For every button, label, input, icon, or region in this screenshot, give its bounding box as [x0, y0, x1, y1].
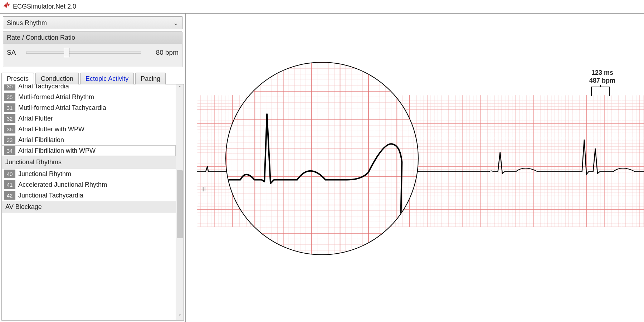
- preset-category: Junctional Rhythms: [2, 156, 176, 169]
- rate-panel-title: Rate / Conduction Ratio: [3, 32, 182, 44]
- preset-number-badge: 42: [4, 191, 15, 200]
- preset-item[interactable]: 31Mutli-formed Atrial Tachycardia: [2, 102, 176, 113]
- preset-number-badge: 33: [4, 136, 15, 144]
- tab-ectopic[interactable]: Ectopic Activity: [80, 73, 134, 84]
- preset-item[interactable]: 36Atrial Flutter with WPW: [2, 124, 176, 135]
- preset-item[interactable]: 35Mutli-formed Atrial Rhythm: [2, 92, 176, 102]
- sa-rate-slider[interactable]: [26, 48, 141, 57]
- sidebar: Sinus Rhythm ⌄ Rate / Conduction Ratio S…: [0, 14, 186, 322]
- preset-item[interactable]: 40Junctional Rhythm: [2, 169, 176, 179]
- preset-number-badge: 31: [4, 103, 15, 112]
- tab-pacing[interactable]: Pacing: [135, 73, 166, 84]
- chevron-down-icon: ⌄: [173, 19, 179, 27]
- rhythm-dropdown-value: Sinus Rhythm: [7, 19, 47, 27]
- scroll-thumb[interactable]: [177, 170, 183, 238]
- preset-label: Atrial Fibrillation: [18, 136, 64, 144]
- preset-category: AV Blockage: [2, 201, 176, 213]
- caliper-bpm: 487 bpm: [589, 77, 615, 85]
- preset-list-container: 30 Atrial Tachycardia 35Mutli-formed Atr…: [1, 84, 184, 321]
- scroll-down-icon[interactable]: ˅: [176, 313, 184, 320]
- caliper-bracket[interactable]: [590, 85, 611, 96]
- preset-label: Accelerated Junctional Rhythm: [18, 181, 107, 189]
- preset-label: Atrial Tachycardia: [18, 84, 69, 90]
- preset-number-badge: 41: [4, 180, 15, 189]
- preset-number-badge: 40: [4, 170, 15, 178]
- tab-conduction[interactable]: Conduction: [35, 73, 79, 84]
- ecg-canvas[interactable]: II 123 ms 487 bpm: [186, 14, 644, 322]
- preset-item[interactable]: 30 Atrial Tachycardia: [2, 84, 176, 92]
- preset-number-badge: 36: [4, 125, 15, 133]
- titlebar: ECGSimulator.Net 2.0: [0, 0, 644, 14]
- caliper-ms: 123 ms: [589, 69, 615, 77]
- sa-rate-value: 80 bpm: [146, 49, 179, 57]
- preset-item[interactable]: 33Atrial Fibrillation: [2, 135, 176, 145]
- preset-number-badge: 34: [4, 146, 15, 155]
- svg-rect-3: [226, 63, 418, 254]
- preset-item[interactable]: 42Junctional Tachycardia: [2, 190, 176, 201]
- preset-label: Mutli-formed Atrial Tachycardia: [18, 104, 106, 112]
- preset-list[interactable]: 30 Atrial Tachycardia 35Mutli-formed Atr…: [2, 84, 176, 320]
- preset-label: Junctional Rhythm: [18, 170, 71, 178]
- scroll-up-icon[interactable]: ˄: [176, 84, 184, 92]
- preset-item[interactable]: 32Atrial Flutter: [2, 113, 176, 124]
- slider-thumb[interactable]: [64, 48, 69, 57]
- sa-label: SA: [7, 49, 21, 57]
- preset-label: Atrial Flutter with WPW: [18, 126, 84, 133]
- scrollbar[interactable]: ˄ ˅: [176, 84, 184, 320]
- preset-number-badge: 32: [4, 114, 15, 123]
- preset-item[interactable]: 41Accelerated Junctional Rhythm: [2, 179, 176, 190]
- tabs: Presets Conduction Ectopic Activity Paci…: [0, 72, 185, 84]
- app-title: ECGSimulator.Net 2.0: [13, 3, 76, 10]
- preset-label: Junctional Tachycardia: [18, 192, 83, 199]
- preset-number-badge: 35: [4, 93, 15, 101]
- preset-label: Mutli-formed Atrial Rhythm: [18, 93, 94, 101]
- slider-track: [26, 52, 141, 54]
- caliper-readout: 123 ms 487 bpm: [589, 69, 615, 84]
- magnifier-lens[interactable]: [225, 62, 419, 255]
- preset-label: Atrial Flutter: [18, 115, 53, 122]
- app-icon: [3, 2, 11, 11]
- tab-presets[interactable]: Presets: [1, 73, 34, 84]
- rhythm-dropdown[interactable]: Sinus Rhythm ⌄: [3, 16, 182, 29]
- rate-panel: Rate / Conduction Ratio SA 80 bpm: [3, 31, 182, 67]
- preset-label: Atrial Fibrillation with WPW: [18, 147, 96, 155]
- preset-number-badge: 30: [4, 84, 15, 91]
- lead-label: II: [202, 185, 206, 193]
- preset-item-selected[interactable]: 34 Atrial Fibrillation with WPW: [2, 145, 176, 156]
